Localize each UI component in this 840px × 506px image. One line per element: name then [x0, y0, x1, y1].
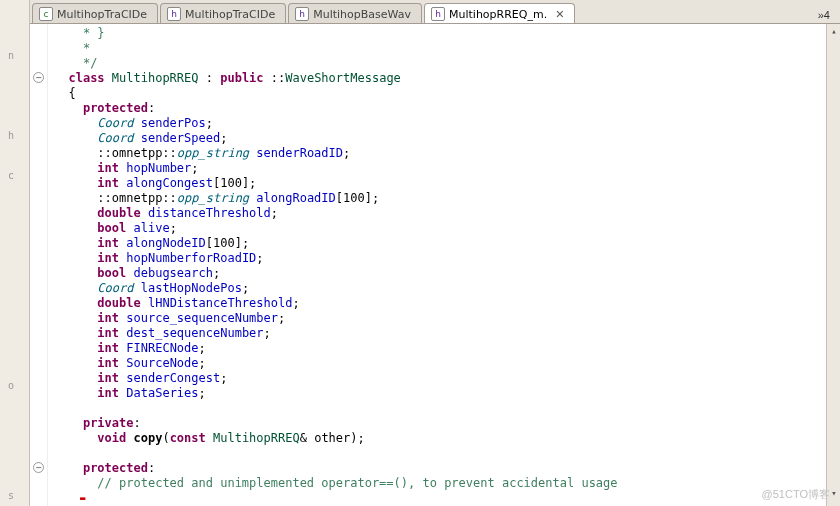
- error-marker-icon: ▬: [80, 493, 85, 503]
- header-file-icon: h: [431, 7, 445, 21]
- fold-toggle[interactable]: −: [33, 72, 44, 83]
- tab-multihoprreq_m.[interactable]: hMultihopRREQ_m.✕: [424, 3, 575, 24]
- tab-label: MultihopBaseWav: [313, 8, 411, 21]
- tab-bar: cMultihopTraCIDehMultihopTraCIDehMultiho…: [30, 0, 840, 24]
- scroll-up-icon[interactable]: ▴: [829, 26, 839, 36]
- tab-label: MultihopTraCIDe: [57, 8, 147, 21]
- fold-toggle[interactable]: −: [33, 462, 44, 473]
- fold-gutter: − −: [30, 24, 48, 506]
- tab-multihopbasewav[interactable]: hMultihopBaseWav: [288, 3, 422, 24]
- tab-label: MultihopRREQ_m.: [449, 8, 547, 21]
- tab-overflow-button[interactable]: »4: [808, 7, 840, 23]
- scroll-down-icon[interactable]: ▾: [829, 488, 839, 498]
- close-icon[interactable]: ✕: [555, 8, 564, 21]
- editor-pane: cMultihopTraCIDehMultihopTraCIDehMultiho…: [30, 0, 840, 506]
- tab-label: MultihopTraCIDe: [185, 8, 275, 21]
- source-file-icon: c: [39, 7, 53, 21]
- header-file-icon: h: [167, 7, 181, 21]
- tab-multihoptracide[interactable]: hMultihopTraCIDe: [160, 3, 286, 24]
- header-file-icon: h: [295, 7, 309, 21]
- tab-multihoptracide[interactable]: cMultihopTraCIDe: [32, 3, 158, 24]
- code-area[interactable]: * } * */ class MultihopRREQ : public ::W…: [48, 24, 826, 506]
- outer-ruler: n h c o s: [0, 0, 30, 506]
- editor-area[interactable]: − − * } * */ class MultihopRREQ : public…: [30, 24, 840, 506]
- vertical-scrollbar[interactable]: ▴ ▾: [826, 24, 840, 506]
